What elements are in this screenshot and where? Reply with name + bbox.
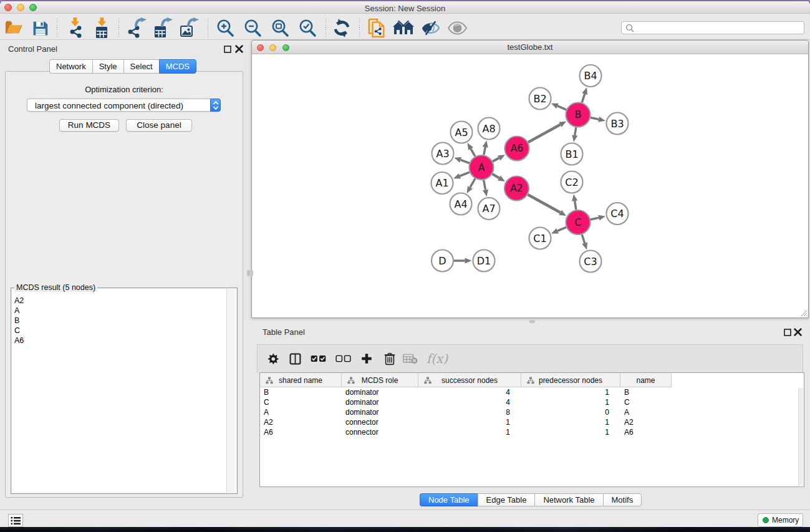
mcds-result-item[interactable]: C — [12, 326, 236, 336]
table-cell[interactable]: C — [260, 397, 342, 407]
mcds-result-scrollbar[interactable] — [226, 288, 235, 493]
edge-B-B4[interactable] — [582, 94, 584, 103]
column-header-shared-name[interactable]: shared name — [260, 373, 342, 387]
table-tab-motifs[interactable]: Motifs — [603, 493, 642, 506]
resize-grip-icon[interactable] — [800, 309, 808, 317]
edge-A-A5[interactable] — [471, 149, 475, 157]
table-cell[interactable]: A2 — [260, 417, 342, 427]
edge-A-A8[interactable] — [484, 147, 485, 155]
edge-A-A1[interactable] — [460, 172, 470, 176]
table-tab-node-table[interactable]: Node Table — [420, 493, 478, 506]
search-box[interactable] — [621, 21, 804, 34]
table-row[interactable]: Adominator80A — [260, 407, 804, 417]
zoom-out-button[interactable] — [241, 17, 264, 39]
mcds-result-item[interactable]: B — [12, 316, 236, 326]
network-canvas[interactable]: AA6A2BCA1A3A4A5A7A8B1B2B3B4C1C2C3C4DD1 — [252, 54, 808, 317]
graph-node-A[interactable]: A — [470, 155, 494, 180]
zoom-selected-button[interactable] — [296, 17, 319, 39]
export-network-button[interactable] — [127, 17, 149, 39]
graph-node-A8[interactable]: A8 — [478, 118, 500, 140]
refresh-button[interactable] — [330, 17, 353, 39]
edge-A-A7[interactable] — [484, 180, 486, 190]
column-header-predecessor-nodes[interactable]: predecessor nodes — [521, 373, 620, 387]
table-cell[interactable]: connector — [342, 427, 418, 437]
mcds-result-item[interactable]: A6 — [12, 336, 236, 346]
column-header-MCDS-role[interactable]: MCDS role — [342, 373, 418, 387]
column-header-name[interactable]: name — [620, 373, 672, 387]
table-cell[interactable]: 1 — [418, 417, 521, 427]
graph-node-A7[interactable]: A7 — [478, 198, 500, 220]
edge-C-C3[interactable] — [582, 235, 584, 243]
vertical-splitter-handle[interactable] — [247, 270, 250, 276]
hide-selected-button[interactable] — [419, 17, 441, 39]
table-cell[interactable]: 1 — [521, 427, 620, 437]
table-panel-close-button[interactable] — [794, 328, 802, 336]
mcds-result-list[interactable]: A2ABCA6 — [12, 289, 236, 493]
graph-node-A2[interactable]: A2 — [504, 177, 529, 201]
show-all-button[interactable] — [446, 17, 468, 39]
mcds-result-item[interactable]: A2 — [12, 296, 236, 306]
select-all-columns-button[interactable] — [307, 348, 329, 369]
edge-C-C4[interactable] — [591, 218, 599, 220]
graph-node-B[interactable]: B — [566, 103, 591, 127]
graph-node-A1[interactable]: A1 — [432, 172, 453, 194]
table-cell[interactable]: B — [260, 387, 342, 397]
zoom-in-button[interactable] — [214, 17, 236, 39]
graph-node-C4[interactable]: C4 — [607, 203, 629, 225]
table-cell[interactable]: 0 — [521, 407, 620, 417]
table-row[interactable]: A6connector11A6 — [260, 427, 804, 437]
export-image-button[interactable] — [179, 17, 201, 39]
search-input[interactable] — [634, 22, 804, 33]
column-header-successor-nodes[interactable]: successor nodes — [418, 373, 521, 387]
graph-node-C1[interactable]: C1 — [529, 228, 551, 249]
table-cell[interactable]: A2 — [620, 417, 672, 427]
function-builder-button[interactable]: f(x) — [427, 348, 448, 369]
graph-node-A4[interactable]: A4 — [450, 193, 472, 215]
table-scrollbar[interactable] — [798, 388, 803, 486]
open-session-button[interactable] — [2, 17, 25, 39]
table-panel-float-button[interactable] — [784, 329, 791, 336]
graph-node-B3[interactable]: B3 — [607, 113, 629, 135]
control-panel-close-button[interactable] — [235, 45, 243, 53]
horizontal-splitter-handle[interactable] — [529, 320, 535, 323]
table-cell[interactable]: dominator — [342, 407, 418, 417]
table-settings-button[interactable] — [262, 348, 283, 369]
table-cell[interactable]: dominator — [342, 387, 418, 397]
import-table-button[interactable] — [90, 17, 113, 39]
table-cell[interactable]: 1 — [521, 397, 620, 407]
create-column-button[interactable] — [356, 348, 377, 369]
control-panel-tab-style[interactable]: Style — [92, 59, 123, 74]
graph-node-C2[interactable]: C2 — [561, 172, 583, 193]
table-cell[interactable]: 1 — [521, 387, 620, 397]
graph-node-A3[interactable]: A3 — [432, 143, 454, 165]
table-cell[interactable]: A — [260, 407, 342, 417]
graph-node-C[interactable]: C — [566, 210, 591, 235]
save-session-button[interactable] — [29, 17, 51, 39]
control-panel-tab-mcds[interactable]: MCDS — [159, 59, 196, 74]
edge-A2-C[interactable] — [528, 195, 560, 213]
table-row[interactable]: Cdominator41C — [260, 397, 804, 407]
graph-node-B2[interactable]: B2 — [529, 88, 551, 110]
graph-node-D1[interactable]: D1 — [473, 250, 495, 272]
mcds-result-item[interactable]: A — [12, 306, 236, 316]
table-row[interactable]: A2connector11A2 — [260, 417, 804, 427]
graph-node-B1[interactable]: B1 — [561, 143, 583, 165]
graph-node-C3[interactable]: C3 — [580, 251, 602, 273]
network-left-splitter-handle[interactable] — [251, 270, 253, 276]
graph-node-A5[interactable]: A5 — [451, 122, 473, 143]
graph-node-D[interactable]: D — [432, 250, 453, 272]
edge-C-C2[interactable] — [575, 201, 576, 210]
table-row[interactable]: Bdominator41B — [260, 387, 804, 397]
graph-node-A6[interactable]: A6 — [505, 137, 529, 161]
show-panels-list-button[interactable] — [8, 514, 23, 527]
zoom-fit-button[interactable] — [269, 17, 291, 39]
criterion-dropdown[interactable]: largest connected component (directed) — [27, 99, 221, 112]
table-tab-network-table[interactable]: Network Table — [534, 493, 602, 506]
edge-A-A6[interactable] — [493, 158, 499, 161]
show-home-button[interactable] — [392, 17, 415, 39]
control-panel-tab-network[interactable]: Network — [49, 59, 92, 74]
edge-C-C1[interactable] — [557, 227, 566, 231]
table-cell[interactable]: A6 — [620, 427, 672, 437]
control-panel-float-button[interactable] — [224, 46, 231, 53]
table-panel-mode-button[interactable] — [284, 348, 306, 369]
